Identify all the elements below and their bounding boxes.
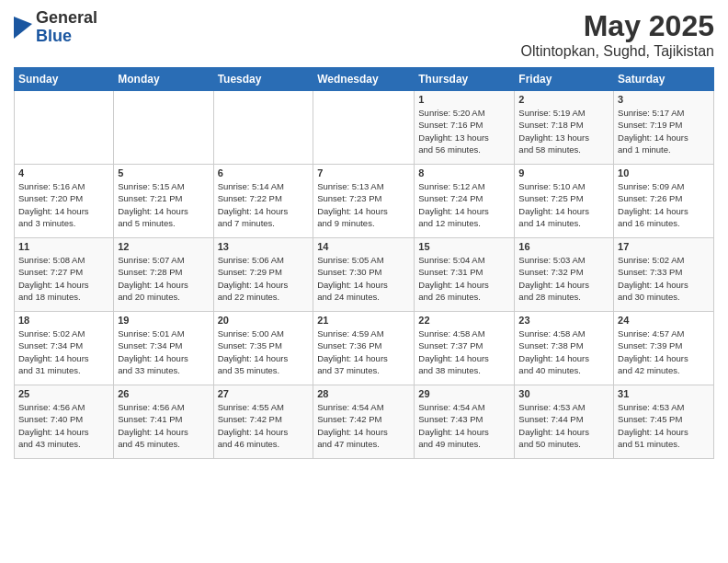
day-info: Sunrise: 5:02 AMSunset: 7:33 PMDaylight:…: [618, 254, 710, 303]
day-number: 29: [418, 388, 510, 399]
calendar-cell: 28Sunrise: 4:54 AMSunset: 7:42 PMDayligh…: [313, 385, 415, 459]
logo-blue-text: Blue: [36, 27, 72, 45]
day-info: Sunrise: 5:00 AMSunset: 7:35 PMDaylight:…: [218, 327, 310, 376]
day-info: Sunrise: 5:05 AMSunset: 7:30 PMDaylight:…: [317, 254, 410, 303]
day-number: 5: [118, 167, 209, 178]
day-info: Sunrise: 4:59 AMSunset: 7:36 PMDaylight:…: [317, 327, 410, 376]
day-info: Sunrise: 5:20 AMSunset: 7:16 PMDaylight:…: [418, 107, 510, 155]
calendar-cell: 12Sunrise: 5:07 AMSunset: 7:28 PMDayligh…: [114, 238, 213, 312]
calendar-cell: 18Sunrise: 5:02 AMSunset: 7:34 PMDayligh…: [15, 312, 114, 385]
day-number: 25: [18, 388, 109, 399]
calendar-week-row: 18Sunrise: 5:02 AMSunset: 7:34 PMDayligh…: [15, 312, 714, 385]
calendar-cell: 11Sunrise: 5:08 AMSunset: 7:27 PMDayligh…: [15, 238, 114, 312]
day-info: Sunrise: 5:16 AMSunset: 7:20 PMDaylight:…: [18, 180, 109, 229]
calendar-day-header: Sunday: [15, 68, 114, 91]
calendar-cell: 29Sunrise: 4:54 AMSunset: 7:43 PMDayligh…: [415, 385, 515, 459]
calendar-cell: 25Sunrise: 4:56 AMSunset: 7:40 PMDayligh…: [15, 385, 114, 459]
day-info: Sunrise: 5:08 AMSunset: 7:27 PMDaylight:…: [18, 254, 109, 303]
page-header: General Blue May 2025 Oltintopkan, Sughd…: [14, 9, 714, 60]
calendar-cell: 8Sunrise: 5:12 AMSunset: 7:24 PMDaylight…: [415, 165, 515, 238]
calendar-cell: 26Sunrise: 4:56 AMSunset: 7:41 PMDayligh…: [114, 385, 213, 459]
calendar-header-row: SundayMondayTuesdayWednesdayThursdayFrid…: [15, 68, 714, 91]
calendar-week-row: 25Sunrise: 4:56 AMSunset: 7:40 PMDayligh…: [15, 385, 714, 459]
day-info: Sunrise: 4:58 AMSunset: 7:38 PMDaylight:…: [518, 327, 609, 376]
calendar-cell: 21Sunrise: 4:59 AMSunset: 7:36 PMDayligh…: [313, 312, 415, 385]
calendar-cell: 17Sunrise: 5:02 AMSunset: 7:33 PMDayligh…: [614, 238, 714, 312]
calendar-cell: 19Sunrise: 5:01 AMSunset: 7:34 PMDayligh…: [114, 312, 213, 385]
day-number: 11: [18, 241, 109, 252]
day-number: 14: [317, 241, 410, 252]
logo: General Blue: [14, 9, 97, 46]
page-subtitle: Oltintopkan, Sughd, Tajikistan: [521, 43, 715, 60]
day-info: Sunrise: 4:58 AMSunset: 7:37 PMDaylight:…: [418, 327, 510, 376]
day-number: 10: [618, 167, 710, 178]
logo-general-text: General: [36, 8, 97, 27]
day-number: 13: [218, 241, 310, 252]
day-number: 9: [518, 167, 609, 178]
calendar-cell: [114, 91, 213, 165]
calendar-cell: 7Sunrise: 5:13 AMSunset: 7:23 PMDaylight…: [313, 165, 415, 238]
day-info: Sunrise: 5:01 AMSunset: 7:34 PMDaylight:…: [118, 327, 209, 376]
calendar-cell: 10Sunrise: 5:09 AMSunset: 7:26 PMDayligh…: [614, 165, 714, 238]
calendar-cell: 5Sunrise: 5:15 AMSunset: 7:21 PMDaylight…: [114, 165, 213, 238]
calendar-cell: 3Sunrise: 5:17 AMSunset: 7:19 PMDaylight…: [614, 91, 714, 165]
calendar-cell: 16Sunrise: 5:03 AMSunset: 7:32 PMDayligh…: [515, 238, 614, 312]
calendar-cell: [15, 91, 114, 165]
day-info: Sunrise: 5:14 AMSunset: 7:22 PMDaylight:…: [218, 180, 310, 229]
calendar-cell: 20Sunrise: 5:00 AMSunset: 7:35 PMDayligh…: [213, 312, 313, 385]
calendar-cell: 23Sunrise: 4:58 AMSunset: 7:38 PMDayligh…: [515, 312, 614, 385]
day-number: 23: [518, 315, 609, 326]
day-info: Sunrise: 5:15 AMSunset: 7:21 PMDaylight:…: [118, 180, 209, 229]
calendar-week-row: 4Sunrise: 5:16 AMSunset: 7:20 PMDaylight…: [15, 165, 714, 238]
calendar-cell: 31Sunrise: 4:53 AMSunset: 7:45 PMDayligh…: [614, 385, 714, 459]
logo-icon: [14, 17, 32, 39]
calendar-day-header: Friday: [515, 68, 614, 91]
day-info: Sunrise: 5:03 AMSunset: 7:32 PMDaylight:…: [518, 254, 609, 303]
calendar-cell: 14Sunrise: 5:05 AMSunset: 7:30 PMDayligh…: [313, 238, 415, 312]
calendar-day-header: Tuesday: [213, 68, 313, 91]
title-block: May 2025 Oltintopkan, Sughd, Tajikistan: [521, 9, 715, 60]
calendar-cell: 22Sunrise: 4:58 AMSunset: 7:37 PMDayligh…: [415, 312, 515, 385]
day-info: Sunrise: 5:09 AMSunset: 7:26 PMDaylight:…: [618, 180, 710, 229]
day-number: 7: [317, 167, 410, 178]
day-info: Sunrise: 4:56 AMSunset: 7:40 PMDaylight:…: [18, 401, 109, 450]
day-info: Sunrise: 4:54 AMSunset: 7:42 PMDaylight:…: [317, 401, 410, 450]
day-info: Sunrise: 4:55 AMSunset: 7:42 PMDaylight:…: [218, 401, 310, 450]
day-info: Sunrise: 5:12 AMSunset: 7:24 PMDaylight:…: [418, 180, 510, 229]
day-number: 2: [518, 94, 609, 105]
day-info: Sunrise: 5:07 AMSunset: 7:28 PMDaylight:…: [118, 254, 209, 303]
day-number: 24: [618, 315, 710, 326]
day-number: 16: [518, 241, 609, 252]
calendar-day-header: Saturday: [614, 68, 714, 91]
calendar-cell: [313, 91, 415, 165]
day-number: 18: [18, 315, 109, 326]
day-number: 22: [418, 315, 510, 326]
calendar-cell: 27Sunrise: 4:55 AMSunset: 7:42 PMDayligh…: [213, 385, 313, 459]
day-number: 19: [118, 315, 209, 326]
day-number: 3: [618, 94, 710, 105]
day-number: 6: [218, 167, 310, 178]
day-number: 20: [218, 315, 310, 326]
day-info: Sunrise: 5:17 AMSunset: 7:19 PMDaylight:…: [618, 107, 710, 155]
calendar-day-header: Wednesday: [313, 68, 415, 91]
logo-text: General Blue: [36, 9, 97, 46]
calendar-day-header: Monday: [114, 68, 213, 91]
page-title: May 2025: [521, 9, 715, 43]
day-number: 26: [118, 388, 209, 399]
calendar-week-row: 11Sunrise: 5:08 AMSunset: 7:27 PMDayligh…: [15, 238, 714, 312]
calendar-cell: 4Sunrise: 5:16 AMSunset: 7:20 PMDaylight…: [15, 165, 114, 238]
day-number: 27: [218, 388, 310, 399]
calendar-week-row: 1Sunrise: 5:20 AMSunset: 7:16 PMDaylight…: [15, 91, 714, 165]
calendar-cell: 6Sunrise: 5:14 AMSunset: 7:22 PMDaylight…: [213, 165, 313, 238]
calendar-cell: 15Sunrise: 5:04 AMSunset: 7:31 PMDayligh…: [415, 238, 515, 312]
day-number: 21: [317, 315, 410, 326]
calendar-cell: 1Sunrise: 5:20 AMSunset: 7:16 PMDaylight…: [415, 91, 515, 165]
day-info: Sunrise: 4:57 AMSunset: 7:39 PMDaylight:…: [618, 327, 710, 376]
calendar-cell: 30Sunrise: 4:53 AMSunset: 7:44 PMDayligh…: [515, 385, 614, 459]
day-info: Sunrise: 5:13 AMSunset: 7:23 PMDaylight:…: [317, 180, 410, 229]
calendar-cell: 2Sunrise: 5:19 AMSunset: 7:18 PMDaylight…: [515, 91, 614, 165]
calendar-day-header: Thursday: [415, 68, 515, 91]
calendar-cell: 13Sunrise: 5:06 AMSunset: 7:29 PMDayligh…: [213, 238, 313, 312]
svg-marker-0: [14, 17, 32, 39]
page-container: General Blue May 2025 Oltintopkan, Sughd…: [0, 0, 728, 468]
